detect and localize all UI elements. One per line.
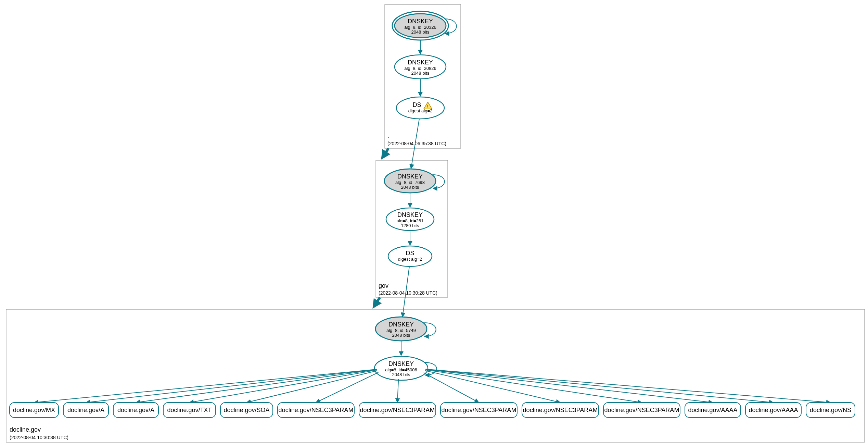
svg-text:2048 bits: 2048 bits [411, 71, 430, 76]
svg-text:alg=8, id=7698: alg=8, id=7698 [395, 180, 425, 185]
edge-zsk-to-rrset [425, 369, 773, 403]
svg-text:2048 bits: 2048 bits [401, 185, 419, 190]
edge-zsk-to-rrset [426, 369, 831, 403]
svg-text:DS: DS [412, 101, 421, 108]
svg-text:DNSKEY: DNSKEY [397, 211, 423, 218]
zone-gov-label: gov [379, 282, 388, 289]
svg-text:DS: DS [406, 250, 414, 257]
svg-rect-26 [6, 309, 865, 442]
rrset-label: docline.gov/NSEC3PARAM [360, 407, 435, 413]
svg-text:1280 bits: 1280 bits [401, 223, 419, 228]
zone-docline-label: docline.gov [10, 426, 41, 433]
edge-zsk-to-rrset [424, 373, 479, 403]
edge-root-to-gov-box [383, 148, 388, 157]
node-root-ksk-title: DNSKEY [408, 18, 433, 25]
rrset-label: docline.gov/NSEC3PARAM [279, 407, 354, 413]
svg-text:alg=8, id=5749: alg=8, id=5749 [386, 328, 416, 333]
svg-text:alg=8, id=20326: alg=8, id=20326 [404, 25, 436, 30]
node-root-zsk[interactable]: DNSKEY alg=8, id=20826 2048 bits [395, 55, 446, 79]
rrset-label: docline.gov/AAAA [749, 407, 798, 413]
node-gov-ds[interactable]: DS digest alg=2 [388, 246, 432, 267]
svg-text:(2022-08-04 10:30:28 UTC): (2022-08-04 10:30:28 UTC) [379, 290, 437, 296]
rrset-label: docline.gov/TXT [167, 407, 212, 413]
rrset-label: docline.gov/A [67, 407, 104, 413]
rrset-container: docline.gov/MXdocline.gov/Adocline.gov/A… [10, 369, 855, 418]
node-docline-ksk[interactable]: DNSKEY alg=8, id=5749 2048 bits [375, 317, 427, 341]
rrset-label: docline.gov/NSEC3PARAM [604, 407, 679, 413]
svg-text:2048 bits: 2048 bits [411, 29, 430, 35]
node-gov-ksk[interactable]: DNSKEY alg=8, id=7698 2048 bits [384, 169, 436, 193]
rrset-label: docline.gov/MX [13, 407, 55, 413]
svg-text:DNSKEY: DNSKEY [408, 59, 433, 66]
rrset-label: docline.gov/NSEC3PARAM [523, 407, 598, 413]
zone-root-timestamp: (2022-08-04 06:35:38 UTC) [387, 141, 446, 146]
edge-zsk-to-rrset [425, 370, 713, 403]
edge-zsk-to-rrset [425, 370, 642, 403]
zone-root-label: . [387, 133, 389, 139]
edge-zsk-to-rrset [136, 370, 377, 403]
rrset-label: docline.gov/A [117, 407, 154, 413]
node-root-ksk[interactable]: DNSKEY alg=8, id=20326 2048 bits [392, 11, 448, 40]
dnssec-graph: . (2022-08-04 06:35:38 UTC) DNSKEY alg=8… [0, 0, 868, 445]
edge-zsk-to-rrset [34, 369, 377, 403]
rrset-label: docline.gov/NSEC3PARAM [442, 407, 516, 413]
svg-text:alg=8, id=20826: alg=8, id=20826 [404, 66, 436, 71]
zone-root: . (2022-08-04 06:35:38 UTC) DNSKEY alg=8… [385, 4, 461, 148]
node-docline-zsk[interactable]: DNSKEY alg=8, id=45006 2048 bits [374, 356, 428, 380]
svg-text:alg=8, id=261: alg=8, id=261 [397, 218, 424, 223]
rrset-label: docline.gov/AAAA [688, 407, 737, 413]
svg-text:(2022-08-04 10:30:38 UTC): (2022-08-04 10:30:38 UTC) [10, 435, 68, 440]
node-gov-zsk[interactable]: DNSKEY alg=8, id=261 1280 bits [386, 208, 434, 231]
edge-zsk-to-rrset [397, 379, 398, 403]
svg-text:DNSKEY: DNSKEY [388, 360, 414, 367]
edge-zsk-to-rrset [190, 370, 377, 403]
svg-text:!: ! [427, 104, 429, 109]
svg-text:2048 bits: 2048 bits [392, 372, 410, 377]
svg-text:2048 bits: 2048 bits [392, 333, 410, 338]
svg-text:digest alg=2: digest alg=2 [398, 257, 422, 262]
rrset-label: docline.gov/NS [810, 407, 851, 413]
rrset-label: docline.gov/SOA [224, 407, 269, 413]
zone-docline: docline.gov (2022-08-04 10:30:38 UTC) DN… [6, 309, 865, 442]
edge-zsk-to-rrset [86, 369, 377, 403]
svg-text:alg=8, id=45006: alg=8, id=45006 [385, 367, 417, 372]
zone-gov: gov (2022-08-04 10:30:28 UTC) DNSKEY alg… [376, 160, 448, 297]
svg-text:DNSKEY: DNSKEY [388, 321, 414, 328]
node-root-ds[interactable]: DS digest alg=2 ! [396, 97, 444, 119]
edge-gov-to-docline-box [374, 297, 380, 306]
svg-text:DNSKEY: DNSKEY [397, 173, 423, 180]
